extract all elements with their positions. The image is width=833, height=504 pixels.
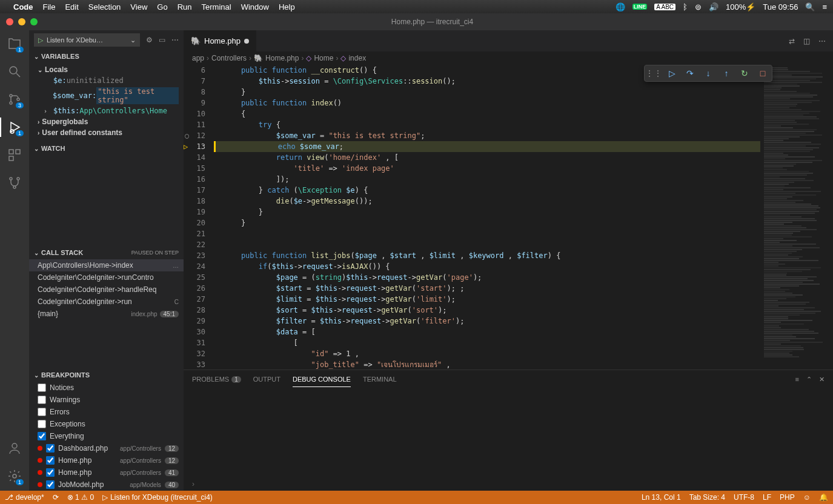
status-sync-icon[interactable]: ⟳	[53, 493, 59, 502]
source-control-icon[interactable]: 3	[7, 92, 22, 107]
line-gutter[interactable]: 67891011○12▷1314151617181920212223242526…	[184, 65, 214, 370]
breakpoint-category[interactable]: Exceptions	[29, 418, 184, 430]
tab-debug-console[interactable]: DEBUG CONSOLE	[293, 372, 351, 387]
checkbox[interactable]	[46, 456, 55, 465]
breakpoint-category[interactable]: Notices	[29, 382, 184, 394]
window-minimize-button[interactable]	[18, 18, 25, 25]
status-wifi-icon[interactable]: ⊚	[695, 2, 702, 12]
breakpoint-file[interactable]: Home.phpapp/Controllers12	[29, 454, 184, 466]
checkbox[interactable]	[46, 480, 55, 489]
filter-icon[interactable]: ≡	[795, 376, 799, 383]
checkbox[interactable]	[38, 420, 46, 428]
checkbox[interactable]	[46, 468, 55, 477]
callstack-frame[interactable]: CodeIgniter\CodeIgniter->handleReq	[29, 284, 184, 296]
locals-header[interactable]: ⌄Locals	[29, 64, 184, 75]
user-constants-header[interactable]: ›User defined constants	[29, 127, 184, 138]
window-zoom-button[interactable]	[30, 18, 38, 25]
drag-handle-icon[interactable]: ⋮⋮	[648, 68, 659, 79]
step-into-icon[interactable]: ↓	[703, 68, 714, 79]
checkbox[interactable]	[38, 383, 46, 392]
menu-selection[interactable]: Selection	[88, 2, 121, 12]
run-debug-icon[interactable]: 1	[7, 120, 22, 134]
debug-console-icon[interactable]: ▭	[159, 36, 165, 44]
window-close-button[interactable]	[6, 18, 13, 25]
menu-run[interactable]: Run	[178, 2, 192, 12]
more-actions-icon[interactable]: ⋯	[818, 37, 826, 45]
var-row[interactable]: $some_var: "this is test string"	[29, 86, 184, 105]
status-notifications-icon[interactable]: ≡	[822, 2, 827, 12]
split-editor-icon[interactable]: ◫	[803, 37, 810, 45]
settings-gear-icon[interactable]: 1	[7, 469, 22, 483]
checkbox[interactable]	[38, 408, 46, 416]
explorer-icon[interactable]: 1	[7, 36, 22, 51]
callstack-frame[interactable]: CodeIgniter\CodeIgniter->runContro	[29, 271, 184, 284]
checkbox[interactable]	[46, 444, 55, 453]
start-debug-icon[interactable]: ▷	[38, 36, 43, 44]
var-row[interactable]: ›$this: App\Controllers\Home	[29, 105, 184, 116]
status-globe-icon[interactable]: 🌐	[616, 2, 625, 12]
breakpoint-file[interactable]: JobModel.phpapp/Models40	[29, 479, 184, 491]
checkbox[interactable]	[38, 432, 46, 440]
accounts-icon[interactable]	[7, 441, 22, 456]
status-search-icon[interactable]: 🔍	[805, 2, 815, 12]
step-over-icon[interactable]: ↷	[685, 68, 695, 79]
tab-terminal[interactable]: TERMINAL	[363, 372, 397, 386]
menu-window[interactable]: Window	[241, 2, 269, 12]
menu-edit[interactable]: Edit	[65, 2, 78, 12]
breakpoints-header[interactable]: ⌄BREAKPOINTS	[29, 368, 184, 382]
menu-view[interactable]: View	[130, 2, 147, 12]
superglobals-header[interactable]: ›Superglobals	[29, 116, 184, 127]
variables-header[interactable]: ⌄VARIABLES	[29, 50, 184, 63]
status-debug[interactable]: ▷ Listen for XDebug (itrecruit_ci4)	[102, 493, 213, 502]
status-feedback-icon[interactable]: ☺	[803, 493, 811, 502]
status-lang[interactable]: PHP	[780, 493, 795, 502]
breakpoint-file[interactable]: Home.phpapp/Controllers41	[29, 466, 184, 479]
callstack-frame[interactable]: {main}index.php45:1	[29, 308, 184, 320]
menu-file[interactable]: File	[43, 2, 56, 12]
menu-terminal[interactable]: Terminal	[202, 2, 231, 12]
restart-icon[interactable]: ↻	[739, 68, 750, 79]
debug-prompt[interactable]: ›	[184, 477, 833, 491]
status-indent[interactable]: Tab Size: 4	[689, 493, 725, 502]
menu-go[interactable]: Go	[157, 2, 167, 12]
status-errors[interactable]: ⊗ 1 ⚠ 0	[67, 493, 94, 502]
breakpoint-file[interactable]: Dashboard.phpapp/Controllers12	[29, 442, 184, 454]
breakpoint-category[interactable]: Warnings	[29, 394, 184, 406]
stop-icon[interactable]: □	[757, 68, 768, 79]
continue-icon[interactable]: ▷	[666, 68, 677, 79]
close-panel-icon[interactable]: ✕	[819, 376, 825, 383]
tab-home-php[interactable]: 🐘 Home.php	[184, 30, 257, 51]
callstack-frame[interactable]: CodeIgniter\CodeIgniter->runC	[29, 296, 184, 308]
git-branch-icon[interactable]	[7, 176, 22, 190]
code-editor[interactable]: public function __construct() { $this->s…	[214, 65, 760, 370]
status-input-source[interactable]: A ABC	[654, 4, 675, 10]
collapse-icon[interactable]: ⌃	[806, 376, 812, 383]
status-bluetooth-icon[interactable]: ᛒ	[683, 2, 688, 12]
tab-output[interactable]: OUTPUT	[253, 372, 280, 386]
breadcrumb[interactable]: app› Controllers› 🐘Home.php› ◇Home› ◇ind…	[184, 51, 833, 65]
gear-icon[interactable]: ⚙	[146, 36, 153, 44]
status-branch[interactable]: ⎇ develop*	[5, 493, 44, 502]
debug-toolbar-float[interactable]: ⋮⋮ ▷ ↷ ↓ ↑ ↻ □	[644, 65, 772, 82]
callstack-header[interactable]: ⌄CALL STACKPAUSED ON STEP	[29, 246, 184, 259]
debug-console-body[interactable]	[184, 388, 833, 477]
breakpoint-category[interactable]: Errors	[29, 406, 184, 418]
status-eol[interactable]: LF	[763, 493, 771, 502]
status-volume-icon[interactable]: 🔊	[709, 2, 719, 12]
breakpoint-category[interactable]: Everything	[29, 430, 184, 442]
tab-problems[interactable]: PROBLEMS1	[192, 372, 241, 386]
more-icon[interactable]: ⋯	[171, 36, 179, 44]
status-bell-icon[interactable]: 🔔	[819, 493, 828, 502]
status-cursor[interactable]: Ln 13, Col 1	[642, 493, 681, 502]
step-out-icon[interactable]: ↑	[721, 68, 732, 79]
search-icon[interactable]	[7, 64, 22, 79]
status-line-icon[interactable]: LINE	[632, 4, 648, 10]
app-name[interactable]: Code	[13, 2, 33, 12]
extensions-icon[interactable]	[7, 148, 22, 162]
status-encoding[interactable]: UTF-8	[734, 493, 754, 502]
menu-help[interactable]: Help	[279, 2, 295, 12]
watch-header[interactable]: ⌄WATCH	[29, 142, 184, 155]
var-row[interactable]: $e: uninitialized	[29, 75, 184, 86]
debug-config-select[interactable]: ▷ Listen for XDebu… ⌄	[34, 33, 140, 47]
minimap[interactable]	[760, 65, 833, 370]
